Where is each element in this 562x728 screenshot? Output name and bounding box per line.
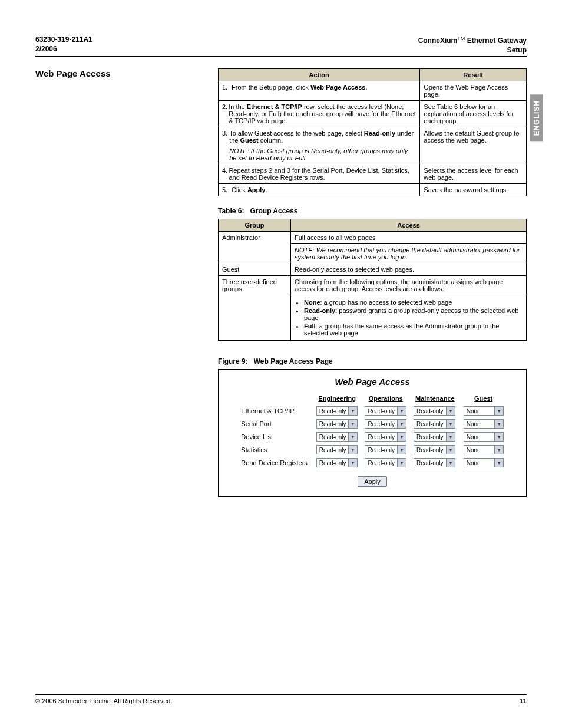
action-text: column. [259, 137, 283, 144]
access-select[interactable]: Read-only▾ [414, 419, 455, 429]
select-value: Read-only [317, 420, 349, 428]
page-footer: © 2006 Schneider Electric. All Rights Re… [35, 694, 527, 704]
select-value: Read-only [317, 407, 349, 415]
product-subtitle: Setup [418, 46, 527, 55]
access-select[interactable]: None▾ [464, 406, 504, 416]
chevron-down-icon: ▾ [494, 446, 503, 454]
access-select[interactable]: Read-only▾ [316, 419, 358, 429]
figure9-title: Web Page Access Page [254, 357, 333, 365]
opt-label: Full [304, 322, 316, 330]
access-select[interactable]: None▾ [464, 458, 504, 467]
select-value: Read-only [317, 459, 349, 467]
language-tab: ENGLISH [530, 94, 543, 141]
figure9-num: Figure 9: [218, 357, 248, 365]
access-select[interactable]: Read-only▾ [365, 458, 406, 467]
row-label: Read Device Registers [240, 457, 310, 468]
col-result: Result [420, 69, 527, 81]
chevron-down-icon: ▾ [446, 446, 455, 454]
col-maintenance: Maintenance [413, 395, 457, 403]
access-select[interactable]: Read-only▾ [365, 445, 406, 454]
apply-button[interactable]: Apply [358, 476, 387, 487]
access-select[interactable]: None▾ [464, 419, 504, 429]
col-access: Access [291, 219, 527, 232]
table-row: Three user-defined groups Choosing from … [219, 276, 527, 295]
action-result-table: Action Result 1.From the Setup page, cli… [218, 68, 527, 196]
access-select[interactable]: Read-only▾ [316, 406, 358, 416]
select-value: Read-only [317, 446, 349, 454]
col-blank [240, 395, 310, 403]
table-row: Guest Read-only access to selected web p… [219, 263, 527, 276]
list-item: Full: a group has the same access as the… [304, 322, 523, 337]
step-num: 5. [222, 186, 232, 193]
opt-desc: : a group has no access to selected web … [320, 299, 452, 306]
access-select[interactable]: Read-only▾ [365, 432, 406, 442]
page-number: 11 [520, 697, 527, 704]
chevron-down-icon: ▾ [397, 420, 406, 428]
row-label: Ethernet & TCP/IP [240, 406, 310, 416]
table-row: 5.Click Apply. Saves the password settin… [219, 184, 527, 196]
chevron-down-icon: ▾ [397, 407, 406, 415]
page-header: 63230-319-211A1 2/2006 ConneXiumTM Ether… [35, 35, 527, 57]
table-row: Device ListRead-only▾Read-only▾Read-only… [240, 431, 504, 442]
table-row: Administrator Full access to all web pag… [219, 232, 527, 244]
action-bold: Web Page Access [310, 84, 366, 91]
chevron-down-icon: ▾ [494, 407, 503, 415]
action-text: To allow Guest access to the web page, s… [229, 130, 364, 137]
action-text: From the Setup page, click [232, 84, 310, 91]
action-bold: Apply [247, 186, 266, 193]
select-value: Read-only [365, 459, 397, 467]
chevron-down-icon: ▾ [348, 420, 357, 428]
access-cell: Choosing from the following options, the… [291, 276, 527, 295]
access-select[interactable]: None▾ [464, 432, 504, 442]
access-select[interactable]: Read-only▾ [414, 445, 455, 454]
tm-mark: TM [457, 35, 465, 41]
select-value: Read-only [365, 446, 397, 454]
access-select[interactable]: Read-only▾ [316, 458, 358, 467]
table-row: StatisticsRead-only▾Read-only▾Read-only▾… [240, 444, 504, 455]
select-value: None [464, 433, 494, 441]
action-text: . [365, 84, 367, 91]
col-engineering: Engineering [316, 395, 359, 403]
action-text: In the [229, 103, 247, 110]
row-label: Statistics [240, 444, 310, 455]
access-select[interactable]: Read-only▾ [365, 419, 406, 429]
result-text: Saves the password settings. [420, 184, 527, 196]
select-value: None [464, 420, 494, 428]
select-value: Read-only [365, 433, 397, 441]
access-note: NOTE: We recommend that you change the d… [291, 244, 527, 263]
figure9-box: Web Page Access Engineering Operations M… [218, 369, 527, 497]
chevron-down-icon: ▾ [348, 459, 357, 467]
select-value: Read-only [365, 407, 397, 415]
product-name: ConneXium [418, 37, 458, 45]
access-select[interactable]: Read-only▾ [414, 406, 455, 416]
col-group: Group [219, 219, 291, 232]
chevron-down-icon: ▾ [494, 420, 503, 428]
chevron-down-icon: ▾ [348, 446, 357, 454]
action-text: Click [232, 186, 247, 193]
copyright: © 2006 Schneider Electric. All Rights Re… [35, 697, 173, 704]
access-select[interactable]: Read-only▾ [316, 432, 358, 442]
action-note: NOTE: If the Guest group is Read-only, o… [229, 147, 416, 162]
select-value: Read-only [317, 433, 349, 441]
select-value: None [464, 407, 494, 415]
access-select[interactable]: Read-only▾ [414, 458, 455, 467]
select-value: Read-only [365, 420, 397, 428]
row-label: Device List [240, 431, 310, 442]
chevron-down-icon: ▾ [446, 420, 455, 428]
table-row: 2.In the Ethernet & TCP/IP row, select t… [219, 101, 527, 127]
group-access-table: Group Access Administrator Full access t… [218, 219, 527, 341]
col-guest: Guest [463, 395, 504, 403]
chevron-down-icon: ▾ [397, 433, 406, 441]
chevron-down-icon: ▾ [348, 407, 357, 415]
access-select[interactable]: None▾ [464, 445, 504, 454]
access-select[interactable]: Read-only▾ [365, 406, 406, 416]
chevron-down-icon: ▾ [348, 433, 357, 441]
select-value: Read-only [414, 433, 446, 441]
group-cell: Administrator [219, 232, 291, 263]
table-row: 1.From the Setup page, click Web Page Ac… [219, 81, 527, 101]
chevron-down-icon: ▾ [397, 446, 406, 454]
access-select[interactable]: Read-only▾ [414, 432, 455, 442]
table-row: Serial PortRead-only▾Read-only▾Read-only… [240, 419, 504, 429]
step-num: 3. [222, 130, 229, 162]
access-select[interactable]: Read-only▾ [316, 445, 358, 454]
